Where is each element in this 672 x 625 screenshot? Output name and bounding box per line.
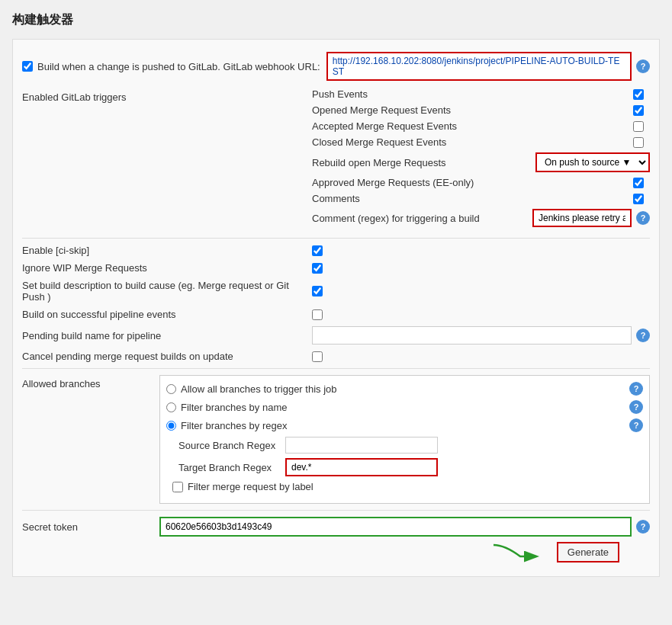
source-branch-row: Source Branch Regex — [166, 437, 643, 454]
cancel-pending-label: Cancel pending merge request builds on u… — [22, 351, 312, 362]
radio-name-label: Filter branches by name — [181, 402, 287, 413]
allowed-branches-label: Allowed branches — [22, 375, 159, 389]
cancel-pending-row: Cancel pending merge request builds on u… — [22, 351, 650, 362]
ci-skip-row: Enable [ci-skip] — [22, 245, 650, 256]
branch-name-help-icon[interactable]: ? — [629, 400, 643, 414]
opened-merge-label: Opened Merge Request Events — [312, 104, 627, 116]
comment-regex-label: Comment (regex) for triggering a build — [312, 213, 532, 224]
secret-token-help-icon[interactable]: ? — [636, 520, 650, 534]
filter-label-row: Filter merge request by label — [166, 481, 643, 492]
target-branch-row: Target Branch Regex — [166, 458, 643, 476]
branch-regex-help-icon[interactable]: ? — [629, 418, 643, 432]
comments-checkbox[interactable] — [633, 194, 644, 204]
rebuild-label: Rebuild open Merge Requests — [312, 157, 535, 168]
secret-token-label: Secret token — [22, 521, 159, 533]
comment-regex-row: Comment (regex) for triggering a build ? — [312, 209, 650, 227]
ignore-wip-label: Ignore WIP Merge Requests — [22, 262, 312, 274]
build-success-checkbox[interactable] — [312, 309, 323, 320]
divider-2 — [22, 368, 650, 369]
allowed-branches-section: Allowed branches Allow all branches to t… — [22, 375, 650, 504]
pending-build-help-icon[interactable]: ? — [636, 329, 650, 342]
secret-token-section: Secret token ? Generate — [22, 517, 650, 564]
approved-merge-checkbox[interactable] — [633, 178, 644, 188]
secret-token-input[interactable] — [159, 517, 632, 537]
ignore-wip-checkbox[interactable] — [312, 263, 323, 274]
rebuild-row: Rebuild open Merge Requests On push to s… — [312, 152, 650, 172]
source-branch-input[interactable] — [285, 437, 438, 454]
radio-filter-regex[interactable] — [166, 421, 176, 431]
build-success-row: Build on successful pipeline events — [22, 309, 650, 320]
source-branch-label: Source Branch Regex — [178, 440, 285, 451]
enabled-triggers-label: Enabled GitLab triggers — [22, 88, 312, 103]
accepted-merge-checkbox[interactable] — [633, 121, 644, 132]
push-events-checkbox[interactable] — [633, 89, 644, 100]
radio-row-all: Allow all branches to trigger this job ? — [166, 382, 643, 396]
opened-merge-checkbox[interactable] — [633, 105, 644, 116]
rebuild-select[interactable]: On push to source ▼ Never Always — [535, 152, 650, 172]
target-branch-label: Target Branch Regex — [178, 462, 285, 473]
radio-row-regex: Filter branches by regex ? — [166, 418, 643, 432]
accepted-merge-label: Accepted Merge Request Events — [312, 120, 627, 132]
arrow-wrapper: Generate — [22, 540, 650, 564]
comment-regex-input[interactable] — [532, 209, 632, 227]
closed-merge-label: Closed Merge Request Events — [312, 136, 627, 148]
cancel-pending-checkbox[interactable] — [312, 351, 323, 362]
radio-filter-name[interactable] — [166, 402, 176, 412]
radio-allow-all[interactable] — [166, 384, 176, 394]
branch-all-help-icon[interactable]: ? — [629, 382, 643, 396]
approved-merge-label: Approved Merge Requests (EE-only) — [312, 177, 627, 188]
generate-button[interactable]: Generate — [557, 542, 619, 562]
comment-regex-help-icon[interactable]: ? — [636, 211, 650, 225]
trigger-row-approved: Approved Merge Requests (EE-only) — [312, 177, 650, 188]
ci-skip-label: Enable [ci-skip] — [22, 245, 312, 256]
radio-regex-label: Filter branches by regex — [181, 420, 287, 431]
pending-build-label: Pending build name for pipeline — [22, 330, 312, 341]
pending-build-row: Pending build name for pipeline ? — [22, 326, 650, 345]
ci-skip-checkbox[interactable] — [312, 245, 323, 256]
trigger-row-push: Push Events — [312, 88, 650, 100]
filter-by-label-checkbox[interactable] — [172, 482, 183, 492]
build-on-push-label: Build when a change is pushed to GitLab.… — [37, 61, 320, 72]
trigger-row-opened: Opened Merge Request Events — [312, 104, 650, 116]
page-title: 构建触发器 — [12, 12, 660, 28]
divider-3 — [22, 510, 650, 511]
set-build-desc-row: Set build description to build cause (eg… — [22, 280, 650, 303]
trigger-row-closed: Closed Merge Request Events — [312, 136, 650, 148]
set-build-desc-label: Set build description to build cause (eg… — [22, 280, 312, 303]
webhook-url: http://192.168.10.202:8080/jenkins/proje… — [326, 52, 632, 81]
trigger-row-accepted: Accepted Merge Request Events — [312, 120, 650, 132]
pending-build-input[interactable] — [312, 326, 632, 345]
build-on-push-checkbox[interactable] — [22, 61, 33, 72]
radio-all-label: Allow all branches to trigger this job — [181, 383, 337, 395]
set-build-desc-checkbox[interactable] — [312, 286, 323, 296]
generate-arrow-icon — [490, 541, 551, 564]
comments-label: Comments — [312, 193, 627, 204]
radio-row-name: Filter branches by name ? — [166, 400, 643, 414]
closed-merge-checkbox[interactable] — [633, 137, 644, 148]
push-events-label: Push Events — [312, 88, 627, 100]
filter-by-label-text: Filter merge request by label — [188, 481, 313, 492]
ignore-wip-row: Ignore WIP Merge Requests — [22, 262, 650, 274]
trigger-row-comments: Comments — [312, 193, 650, 204]
divider-1 — [22, 238, 650, 239]
target-branch-input[interactable] — [285, 458, 438, 476]
webhook-help-icon[interactable]: ? — [636, 59, 650, 73]
build-success-label: Build on successful pipeline events — [22, 309, 312, 320]
